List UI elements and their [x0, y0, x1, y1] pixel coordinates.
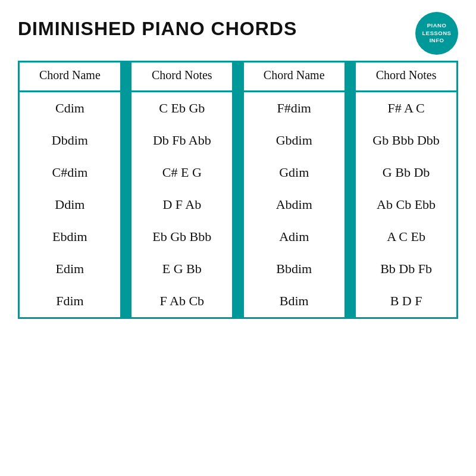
col-divider [120, 124, 132, 156]
chord-name-left: Edim [20, 253, 120, 285]
logo-circle: PIANOLESSONSINFO [415, 12, 458, 55]
chord-name-left: Cdim [20, 92, 120, 125]
chord-notes-right: Gb Bbb Dbb [356, 124, 456, 156]
chord-notes-left: C Eb Gb [131, 92, 232, 125]
chord-name-right: Gdim [244, 156, 345, 189]
table-row: FdimF Ab CbBdimB D F [20, 285, 456, 317]
chord-notes-left: F Ab Cb [131, 285, 232, 317]
col-divider [120, 156, 132, 189]
col-divider [120, 253, 132, 285]
col-divider [345, 221, 356, 253]
chord-notes-right: Ab Cb Ebb [356, 189, 456, 221]
col-divider [120, 221, 132, 253]
chord-name-right: Abdim [244, 189, 345, 221]
col-divider [120, 189, 132, 221]
chord-name-left: C#dim [20, 156, 120, 189]
col-divider [232, 253, 244, 285]
chord-notes-left: D F Ab [131, 189, 232, 221]
col-divider [345, 156, 356, 189]
col-divider [345, 92, 356, 125]
chord-notes-left: Eb Gb Bbb [131, 221, 232, 253]
chord-name-left: Dbdim [20, 124, 120, 156]
table-row: DbdimDb Fb AbbGbdimGb Bbb Dbb [20, 124, 456, 156]
header-chord-notes-2: Chord Notes [356, 62, 456, 92]
header-chord-notes-1: Chord Notes [131, 62, 232, 92]
header-chord-name-2: Chord Name [244, 62, 345, 92]
chord-notes-right: A C Eb [356, 221, 456, 253]
chord-notes-right: G Bb Db [356, 156, 456, 189]
col-divider [232, 124, 244, 156]
header-row: DIMINISHED PIANO CHORDS PIANOLESSONSINFO [18, 12, 458, 55]
col-divider [345, 253, 356, 285]
chord-notes-right: B D F [356, 285, 456, 317]
chord-name-right: F#dim [244, 92, 345, 125]
chord-table: Chord Name Chord Notes Chord Name Chord … [20, 62, 456, 317]
divider-1 [120, 62, 132, 92]
table-row: DdimD F AbAbdimAb Cb Ebb [20, 189, 456, 221]
col-divider [232, 92, 244, 125]
chord-name-right: Gbdim [244, 124, 345, 156]
col-divider [120, 92, 132, 125]
divider-3 [345, 62, 356, 92]
table-row: C#dimC# E GGdimG Bb Db [20, 156, 456, 189]
chord-notes-right: Bb Db Fb [356, 253, 456, 285]
col-divider [345, 285, 356, 317]
chord-name-right: Bbdim [244, 253, 345, 285]
chord-notes-left: E G Bb [131, 253, 232, 285]
col-divider [120, 285, 132, 317]
col-divider [232, 221, 244, 253]
col-divider [232, 156, 244, 189]
chord-name-left: Fdim [20, 285, 120, 317]
page: DIMINISHED PIANO CHORDS PIANOLESSONSINFO… [0, 0, 476, 476]
chord-name-right: Adim [244, 221, 345, 253]
chord-notes-left: Db Fb Abb [131, 124, 232, 156]
header-chord-name-1: Chord Name [20, 62, 120, 92]
col-divider [345, 189, 356, 221]
col-divider [345, 124, 356, 156]
chord-name-left: Ebdim [20, 221, 120, 253]
table-row: CdimC Eb GbF#dimF# A C [20, 92, 456, 125]
chord-name-right: Bdim [244, 285, 345, 317]
divider-2 [232, 62, 244, 92]
chord-notes-left: C# E G [131, 156, 232, 189]
table-row: EbdimEb Gb BbbAdimA C Eb [20, 221, 456, 253]
page-title: DIMINISHED PIANO CHORDS [18, 18, 297, 40]
col-divider [232, 285, 244, 317]
col-divider [232, 189, 244, 221]
chord-name-left: Ddim [20, 189, 120, 221]
chord-table-wrapper: Chord Name Chord Notes Chord Name Chord … [18, 61, 458, 319]
table-row: EdimE G BbBbdimBb Db Fb [20, 253, 456, 285]
chord-notes-right: F# A C [356, 92, 456, 125]
logo-text: PIANOLESSONSINFO [422, 22, 452, 44]
